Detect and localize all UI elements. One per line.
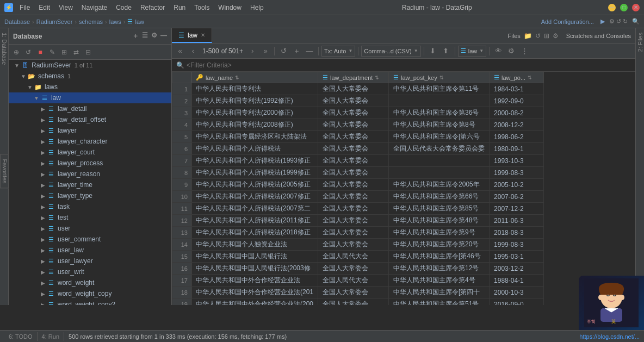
search-icon[interactable]: 🔍 (632, 18, 640, 25)
cell-law-department[interactable]: 全国人大常委会 (318, 95, 389, 107)
breadcrumb-schemas[interactable]: schemas (79, 18, 103, 25)
cell-law-name[interactable]: 中华人民共和国专利法(1992修正) (191, 95, 318, 107)
menu-view[interactable]: View (57, 3, 75, 13)
nav-first-button[interactable]: « (174, 45, 186, 57)
tree-item-law-detail-offset[interactable]: ▶ ☰ law_detail_offset (9, 114, 171, 125)
cell-law-post-key[interactable]: 中华人民共和国主席令第20号 (389, 239, 490, 251)
remove-row-button[interactable]: — (304, 45, 315, 57)
cell-law-po[interactable]: 2011-06-3 (490, 215, 544, 227)
table-row[interactable]: 10 中华人民共和国个人所得税法(2007修正 全国人大常委会 中华人民共和国主… (172, 191, 544, 203)
tree-item-lawyer-process[interactable]: ▶ ☰ lawyer_process (9, 158, 171, 169)
cell-law-post-key[interactable]: 中华人民共和国主席令2005年 (389, 179, 490, 191)
table-row[interactable]: 17 中华人民共和国中外合作经营企业法 全国人民代大会 中华人民共和国主席令第4… (172, 275, 544, 287)
run-button[interactable]: ▶ (600, 18, 605, 25)
cell-law-post-key[interactable]: 中华人民共和国主席令第11号 (389, 83, 490, 95)
tree-item-lawyer-court[interactable]: ▶ ☰ lawyer_court (9, 147, 171, 158)
tree-item-user-law[interactable]: ▶ ☰ user_law (9, 245, 171, 256)
cell-law-name[interactable]: 中华人民共和国个人所得税法(1999修正 (191, 167, 318, 179)
folder-icon[interactable]: 📁 (524, 32, 532, 40)
refresh-data-button[interactable]: ↺ (277, 45, 289, 57)
table-row[interactable]: 11 中华人民共和国个人所得税法(2007第二 全国人大常委会 中华人民共和国主… (172, 203, 544, 215)
add-row-button[interactable]: ＋ (290, 45, 302, 57)
cell-law-po[interactable]: 1980-09-1 (490, 143, 544, 155)
table-row[interactable]: 1 中华人民共和国专利法 全国人大常委会 中华人民共和国主席令第11号 1984… (172, 83, 544, 95)
table-button[interactable]: ⊞ (59, 47, 70, 58)
table-row[interactable]: 9 中华人民共和国个人所得税法(2005修正 全国人大常委会 中华人民共和国主席… (172, 179, 544, 191)
cell-law-po[interactable]: 2000-08-2 (490, 107, 544, 119)
settings-icon[interactable]: ⚙ (553, 32, 559, 40)
cell-law-department[interactable]: 全国人民代大会 (318, 275, 389, 287)
cell-law-po[interactable]: 2018-08-3 (490, 227, 544, 239)
tree-item-user-writ[interactable]: ▶ ☰ user_writ (9, 266, 171, 277)
nav-last-button[interactable]: » (259, 45, 271, 57)
cell-law-po[interactable]: 1995-03-1 (490, 251, 544, 263)
cell-law-post-key[interactable]: 中华人民共和国主席令第85号 (389, 203, 490, 215)
sync-button[interactable]: ⇄ (71, 47, 82, 58)
scratches-label[interactable]: Scratches and Consoles (566, 33, 631, 39)
breadcrumb-database[interactable]: Database (4, 18, 30, 25)
tree-item-word-weight[interactable]: ▶ ☰ word_weight (9, 277, 171, 288)
cell-law-post-key[interactable]: 中华人民共和国主席令第48号 (389, 215, 490, 227)
export-button[interactable]: ⬇ (427, 45, 439, 57)
files-sidebar-label[interactable]: 2: Files (636, 28, 645, 56)
tree-item-word-weight-copy2[interactable]: ▶ ☰ word_weight_copy2 (9, 299, 171, 305)
cell-law-name[interactable]: 中华人民共和国专利法(2000修正) (191, 107, 318, 119)
cell-law-name[interactable]: 中华人民共和国中外合作经营企业法(200 (191, 299, 318, 306)
tree-item-lawyer-character[interactable]: ▶ ☰ lawyer_character (9, 136, 171, 147)
table-row[interactable]: 14 中华人民共和国个人独资企业法 全国人大常委会 中华人民共和国主席令第20号… (172, 239, 544, 251)
menu-tools[interactable]: Tools (192, 3, 212, 13)
tree-item-test[interactable]: ▶ ☰ test (9, 212, 171, 223)
cell-law-po[interactable]: 1999-08-3 (490, 167, 544, 179)
cell-law-post-key[interactable] (389, 167, 490, 179)
refresh-button[interactable]: ↺ (23, 47, 34, 58)
cell-law-post-key[interactable]: 中华人民共和国主席令第66号 (389, 191, 490, 203)
tree-item-lawyer-reason[interactable]: ▶ ☰ lawyer_reason (9, 169, 171, 179)
more-options-button[interactable]: ⋮ (518, 45, 530, 57)
table-row[interactable]: 3 中华人民共和国专利法(2000修正) 全国人大常委会 中华人民共和国主席令第… (172, 107, 544, 119)
tab-law[interactable]: ☰ law ✕ (172, 28, 212, 43)
cell-law-name[interactable]: 中华人民共和国中国人民银行法 (191, 251, 318, 263)
cell-law-post-key[interactable]: 中华人民共和国主席令第4号 (389, 275, 490, 287)
menu-help[interactable]: Help (248, 3, 266, 13)
add-datasource-icon[interactable]: ＋ (132, 32, 139, 41)
add-config-button[interactable]: Add Configuration... (541, 18, 594, 25)
filter-icon[interactable]: ⊟ (83, 47, 94, 58)
cell-law-department[interactable]: 全国人大常委会 (318, 143, 389, 155)
cell-law-name[interactable]: 中华人民共和国个人所得税法 (191, 143, 318, 155)
cell-law-department[interactable]: 全国人大常委会 (318, 155, 389, 167)
import-button[interactable]: ⬆ (440, 45, 452, 57)
cell-law-post-key[interactable]: 中华人民共和国主席令[第六号 (389, 131, 490, 143)
cell-law-department[interactable]: 全国人大常委会 (318, 263, 389, 275)
table-row[interactable]: 2 中华人民共和国专利法(1992修正) 全国人大常委会 1992-09-0 (172, 95, 544, 107)
view-toggle-button[interactable]: 👁 (492, 45, 504, 57)
tree-item-lawyer-time[interactable]: ▶ ☰ lawyer_time (9, 179, 171, 190)
tree-item-user[interactable]: ▶ ☰ user (9, 223, 171, 234)
table-row[interactable]: 13 中华人民共和国个人所得税法(2018修正 全国人大常委会 中华人民共和国主… (172, 227, 544, 239)
files-label[interactable]: Files (508, 33, 521, 39)
cell-law-po[interactable]: 2008-12-2 (490, 119, 544, 131)
close-sidebar-icon[interactable]: — (160, 32, 167, 41)
tree-item-law-detail[interactable]: ▶ ☰ law_detail (9, 103, 171, 114)
table-row[interactable]: 6 中华人民共和国个人所得税法 全国人大常委会 全国人民代表大会常务委员会委 1… (172, 143, 544, 155)
cell-law-po[interactable]: 1993-10-3 (490, 155, 544, 167)
col-header-law_po[interactable]: ☰ law_po... ⇅ (490, 72, 544, 83)
column-settings-button[interactable]: ⚙ (505, 45, 517, 57)
data-grid[interactable]: 🔑 law_name ⇅ ☰ law_department ⇅ (172, 72, 635, 305)
menu-edit[interactable]: Edit (36, 3, 52, 13)
cell-law-name[interactable]: 中华人民共和国专利法 (191, 83, 318, 95)
tree-item-lawyer[interactable]: ▶ ☰ lawyer (9, 125, 171, 136)
sync-icon[interactable]: ↺ (535, 32, 541, 40)
cell-law-po[interactable]: 2000-10-3 (490, 287, 544, 299)
cell-law-po[interactable]: 1988-04-1 (490, 275, 544, 287)
cell-law-name[interactable]: 中华人民共和国个人独资企业法 (191, 239, 318, 251)
table-row[interactable]: 5 中华人民共和国专属经济区和大陆架法 全国人大常委会 中华人民共和国主席令[第… (172, 131, 544, 143)
menu-run[interactable]: Run (171, 3, 188, 13)
cell-law-department[interactable]: 全国人大常委会 (318, 239, 389, 251)
cell-law-name[interactable]: 中华人民共和国中国人民银行法(2003修 (191, 263, 318, 275)
table-row[interactable]: 18 中华人民共和国中外合作经营企业法(201 全国人大常委会 中华人民共和国主… (172, 287, 544, 299)
cell-law-post-key[interactable]: 中华人民共和国主席令第8号 (389, 119, 490, 131)
cell-law-post-key[interactable] (389, 95, 490, 107)
cell-law-name[interactable]: 中华人民共和国个人所得税法(1993修正 (191, 155, 318, 167)
cell-law-po[interactable]: 1992-09-0 (490, 95, 544, 107)
cell-law-name[interactable]: 中华人民共和国个人所得税法(2007修正 (191, 191, 318, 203)
